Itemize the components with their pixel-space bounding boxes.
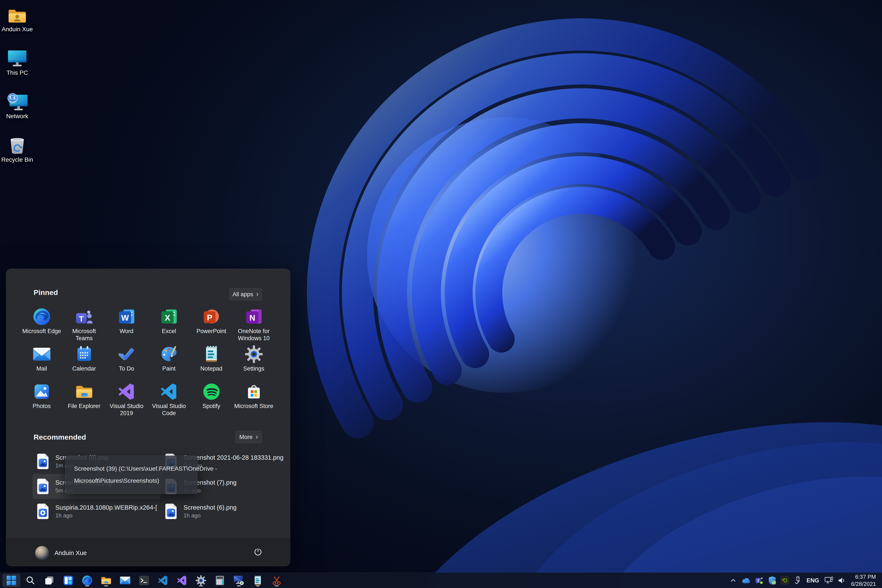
- tray-network-button[interactable]: [823, 574, 835, 586]
- chevron-right-icon: ›: [256, 291, 259, 297]
- app-tile-photos[interactable]: Photos: [21, 382, 63, 420]
- spotify-icon: [202, 382, 220, 400]
- windows-bloom-wallpaper: [248, 0, 882, 588]
- more-button[interactable]: More ›: [236, 431, 262, 443]
- settings-gear-icon: [245, 345, 263, 363]
- image-file-icon: [165, 503, 177, 519]
- chevron-up-icon: [729, 577, 737, 584]
- recommended-header: Recommended: [34, 433, 86, 441]
- svg-text:T: T: [79, 315, 84, 323]
- search-button[interactable]: [21, 574, 39, 587]
- taskbar-vscode-button[interactable]: [154, 574, 172, 587]
- desktop-icon-this-pc[interactable]: This PC: [0, 45, 34, 88]
- teams-icon: T: [75, 308, 93, 326]
- this-pc-icon: [7, 45, 27, 67]
- tooltip-line2: Microsoft\Pictures\Screenshots): [74, 475, 189, 487]
- widgets-button[interactable]: [59, 574, 77, 587]
- app-label: Microsoft Store: [234, 403, 273, 410]
- file-explorer-icon: [75, 384, 93, 399]
- app-tile-microsoft-teams[interactable]: T Microsoft Teams: [63, 308, 105, 345]
- onedrive-cloud-icon: [741, 577, 751, 584]
- app-label: Mail: [36, 365, 47, 372]
- app-label: To Do: [119, 365, 134, 372]
- app-tile-microsoft-store[interactable]: Microsoft Store: [232, 382, 275, 420]
- app-tile-microsoft-edge[interactable]: Microsoft Edge: [21, 308, 63, 345]
- tray-windows-security-button[interactable]: [766, 574, 778, 586]
- taskbar-terminal-button[interactable]: [135, 574, 153, 587]
- app-label: PowerPoint: [196, 328, 226, 335]
- more-label: More: [240, 434, 253, 441]
- app-label: Spotify: [202, 403, 220, 410]
- task-view-button[interactable]: [40, 574, 58, 587]
- app-label: Microsoft Edge: [22, 328, 61, 335]
- running-indicator: [256, 585, 260, 586]
- tray-nvidia-button[interactable]: [780, 574, 790, 586]
- taskbar-mail-button[interactable]: [116, 574, 134, 587]
- taskbar-calculator-button[interactable]: [211, 574, 229, 587]
- recommended-item[interactable]: Screenshot (6).png 1h ago: [160, 499, 289, 524]
- photos-icon: [33, 382, 51, 400]
- mail-icon: [120, 576, 130, 585]
- app-tile-settings[interactable]: Settings: [232, 345, 275, 382]
- notepad-icon: [202, 345, 220, 363]
- user-account-button[interactable]: Anduin Xue: [32, 545, 90, 561]
- svg-text:P: P: [207, 313, 212, 322]
- desktop-icon-recycle-bin[interactable]: Recycle Bin: [0, 132, 34, 175]
- video-file-icon: [36, 503, 49, 519]
- app-tile-visual-studio-2019[interactable]: Visual Studio 2019: [105, 382, 148, 420]
- taskbar-settings-button[interactable]: [192, 574, 210, 587]
- app-label: Word: [120, 328, 133, 335]
- app-tile-paint[interactable]: Paint: [148, 345, 190, 382]
- tray-clock[interactable]: 6:37 PM 6/28/2021: [849, 574, 878, 587]
- calculator-icon: [214, 576, 225, 585]
- taskbar-buttons: [3, 573, 285, 588]
- tray-onedrive-button[interactable]: [740, 574, 752, 586]
- desktop-icon-label: Recycle Bin: [1, 156, 33, 163]
- visual-studio-icon: [177, 575, 188, 586]
- edge-icon: [33, 308, 51, 326]
- all-apps-button[interactable]: All apps ›: [229, 288, 262, 301]
- app-tile-powerpoint[interactable]: P PowerPoint: [190, 308, 232, 345]
- vscode-icon: [158, 575, 168, 586]
- recommended-item[interactable]: Suspiria.2018.1080p.WEBRip.x264-[… 1h ag…: [33, 499, 160, 524]
- power-button[interactable]: [251, 545, 265, 558]
- app-tile-excel[interactable]: X Excel: [148, 308, 190, 345]
- app-tile-todo[interactable]: To Do: [105, 345, 148, 382]
- taskbar-snipping-tool-button[interactable]: [268, 574, 285, 587]
- taskbar-edge-button[interactable]: [78, 574, 96, 587]
- app-label: Microsoft Teams: [64, 328, 104, 342]
- app-label: OneNote for Windows 10: [234, 328, 274, 342]
- tray-usb-button[interactable]: [792, 574, 803, 586]
- taskbar-notepad-button[interactable]: [249, 574, 267, 587]
- edge-icon: [82, 575, 93, 586]
- taskbar-remote-desktop-button[interactable]: [230, 574, 248, 587]
- desktop-icon-network[interactable]: Network: [0, 88, 34, 132]
- tray-show-hidden-icons-button[interactable]: [728, 574, 738, 586]
- todo-icon: [118, 345, 136, 363]
- app-label: Visual Studio Code: [149, 403, 189, 417]
- app-tile-word[interactable]: W Word: [105, 308, 148, 345]
- tray-volume-button[interactable]: [836, 574, 847, 586]
- app-tile-calendar[interactable]: Calendar: [63, 345, 105, 382]
- calendar-icon: [75, 345, 93, 363]
- app-tile-spotify[interactable]: Spotify: [190, 382, 232, 420]
- tray-language-button[interactable]: ENG: [804, 574, 822, 586]
- taskbar-visual-studio-button[interactable]: [173, 574, 191, 587]
- app-tile-visual-studio-code[interactable]: Visual Studio Code: [148, 382, 190, 420]
- search-icon: [25, 575, 36, 586]
- tray-date: 6/28/2021: [851, 580, 876, 587]
- snipping-tool-icon: [272, 575, 282, 586]
- taskbar-file-explorer-button[interactable]: [98, 574, 115, 587]
- speaker-icon: [838, 577, 846, 584]
- remote-desktop-icon: [233, 576, 244, 585]
- app-tile-onenote[interactable]: N OneNote for Windows 10: [232, 308, 275, 345]
- app-tile-mail[interactable]: Mail: [21, 345, 63, 382]
- app-tile-file-explorer[interactable]: File Explorer: [63, 382, 105, 420]
- desktop-icon-label: This PC: [6, 69, 28, 76]
- tray-teams-button[interactable]: T: [754, 574, 765, 586]
- app-tile-notepad[interactable]: Notepad: [190, 345, 232, 382]
- notepad-icon: [252, 575, 263, 586]
- start-button[interactable]: [3, 574, 20, 587]
- ethernet-network-icon: [824, 576, 833, 585]
- desktop-icon-user-folder[interactable]: Anduin Xue: [0, 1, 34, 45]
